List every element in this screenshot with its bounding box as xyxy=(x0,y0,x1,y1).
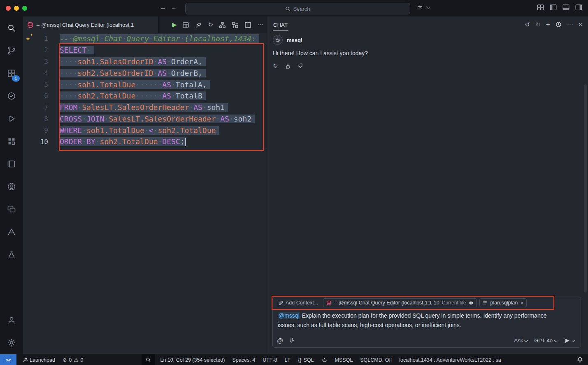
warnings-count: 0 xyxy=(81,357,84,363)
code-line-5[interactable]: 5····soh1.TotalDue······AS·TotalA, xyxy=(23,79,267,90)
split-editor-icon[interactable] xyxy=(244,21,251,28)
microphone-icon[interactable] xyxy=(289,337,295,344)
zoom-window-button[interactable] xyxy=(22,6,27,11)
chat-scrollbar[interactable] xyxy=(584,84,587,292)
navigate-forward-button[interactable]: → xyxy=(170,4,177,11)
activity-settings[interactable] xyxy=(0,331,23,354)
undo-icon[interactable]: ↺ xyxy=(525,21,530,28)
activity-sql-projects[interactable] xyxy=(0,243,23,266)
sqlcmd-item[interactable]: SQLCMD: Off xyxy=(360,357,392,363)
activity-accounts[interactable] xyxy=(0,309,23,331)
code-line-7[interactable]: 7FROM·SalesLT.SalesOrderHeader·AS·soh1 xyxy=(23,102,267,113)
line-number: 10 xyxy=(23,138,48,146)
eol-item[interactable]: LF xyxy=(285,357,291,363)
code-editor[interactable]: ✦ ✦ 1--·@mssql·Chat·Query·Editor·(localh… xyxy=(23,33,267,354)
indentation-item[interactable]: Spaces: 4 xyxy=(232,357,256,363)
history-icon[interactable] xyxy=(555,21,562,28)
extensions-badge: 1 xyxy=(12,75,20,82)
tab-title: -- @mssql Chat Query Editor (localhost,1 xyxy=(36,22,134,28)
encoding-item[interactable]: UTF-8 xyxy=(263,357,277,363)
github-icon xyxy=(7,182,16,192)
cursor-position-item[interactable]: Ln 10, Col 29 (354 selected) xyxy=(160,357,225,363)
check-circle-icon xyxy=(7,91,16,101)
code-line-10[interactable]: 10ORDER·BY·soh2.TotalDue·DESC; xyxy=(23,136,267,147)
bell-icon xyxy=(577,357,583,363)
new-chat-icon[interactable]: + xyxy=(546,21,550,29)
line-number: 4 xyxy=(23,69,48,77)
mention-button[interactable]: @ xyxy=(277,337,283,344)
chat-panel-title: CHAT xyxy=(273,18,288,31)
connect-plug-icon[interactable] xyxy=(195,21,202,28)
toggle-panel-icon[interactable] xyxy=(562,4,569,11)
minimize-window-button[interactable] xyxy=(14,6,19,11)
activity-azure[interactable] xyxy=(0,220,23,243)
code-text: FROM·SalesLT.SalesOrderHeader·AS·soh1 xyxy=(60,103,228,112)
code-line-6[interactable]: 6····soh2.TotalDue······AS·TotalB xyxy=(23,90,267,102)
code-text: WHERE·soh1.TotalDue·<·soh2.TotalDue xyxy=(60,126,219,135)
customize-layout-icon[interactable] xyxy=(537,4,544,11)
run-query-button[interactable]: ▶ xyxy=(172,21,177,28)
context-plan-chip[interactable]: plan.sqlplan × xyxy=(479,298,526,307)
activity-source-control[interactable] xyxy=(0,39,23,62)
code-line-4[interactable]: 4····soh2.SalesOrderID·AS·OrderB, xyxy=(23,67,267,79)
problems-item[interactable]: ⊘ 0 ⚠ 0 xyxy=(63,357,84,363)
launchpad-item[interactable]: Launchpad xyxy=(22,357,55,363)
command-center-search[interactable]: Search xyxy=(185,3,410,14)
navigate-back-button[interactable]: ← xyxy=(160,4,166,11)
editor-tab-bar: -- @mssql Chat Query Editor (localhost,1… xyxy=(23,16,267,33)
close-panel-icon[interactable]: × xyxy=(579,21,582,28)
compare-icon[interactable] xyxy=(232,21,239,28)
code-text: ····soh2.SalesOrderID·AS·OrderB, xyxy=(60,69,206,77)
eye-icon[interactable] xyxy=(468,300,474,306)
schema-icon[interactable] xyxy=(219,21,226,28)
code-text: ORDER·BY·soh2.TotalDue·DESC; xyxy=(60,137,186,146)
chat-input[interactable]: @mssql Explain the execution plan for th… xyxy=(273,309,571,332)
activity-notebook[interactable] xyxy=(0,152,23,175)
context-plan-label: plan.sqlplan xyxy=(490,300,518,306)
activity-remote-explorer[interactable] xyxy=(0,198,23,220)
thumbs-up-icon[interactable] xyxy=(285,63,291,69)
close-window-button[interactable] xyxy=(6,6,11,11)
code-line-3[interactable]: 3····soh1.SalesOrderID·AS·OrderA, xyxy=(23,56,267,68)
code-line-8[interactable]: 8CROSS·JOIN·SalesLT.SalesOrderHeader·AS·… xyxy=(23,113,267,125)
language-item[interactable]: {} SQL xyxy=(298,357,314,363)
toggle-secondary-sidebar-icon[interactable] xyxy=(575,4,582,11)
toggle-primary-sidebar-icon[interactable] xyxy=(550,4,557,11)
redo-icon[interactable]: ↻ xyxy=(535,21,541,28)
line-number: 3 xyxy=(23,58,48,66)
activity-extensions[interactable]: 1 xyxy=(0,62,23,84)
flask-icon xyxy=(7,250,16,260)
code-line-1[interactable]: 1--·@mssql·Chat·Query·Editor·(localhost,… xyxy=(23,33,267,44)
remove-context-icon[interactable]: × xyxy=(520,300,523,306)
notifications-bell[interactable] xyxy=(577,357,583,363)
model-dropdown[interactable]: GPT-4o xyxy=(534,337,557,344)
activity-grid[interactable] xyxy=(0,130,23,152)
editor-tab[interactable]: -- @mssql Chat Query Editor (localhost,1 xyxy=(23,16,159,33)
code-line-9[interactable]: 9WHERE·soh1.TotalDue·<·soh2.TotalDue xyxy=(23,124,267,136)
activity-testing[interactable] xyxy=(0,84,23,107)
rerun-icon[interactable]: ↻ xyxy=(273,62,278,70)
search-icon xyxy=(285,6,291,12)
zoom-indicator[interactable] xyxy=(142,354,155,365)
more-icon[interactable]: ⋯ xyxy=(567,21,573,28)
activity-search[interactable] xyxy=(0,16,23,39)
mssql-item[interactable]: MSSQL xyxy=(335,357,353,363)
mode-dropdown[interactable]: Ask xyxy=(514,337,528,344)
code-line-2[interactable]: 2SELECT· xyxy=(23,44,267,56)
connection-item[interactable]: localhost,1434 : AdventureWorksLT2022 : … xyxy=(399,357,501,363)
copilot-status-icon[interactable] xyxy=(321,357,328,363)
remote-indicator[interactable]: >< xyxy=(0,354,16,365)
activity-run-debug[interactable] xyxy=(0,107,23,130)
code-text: CROSS·JOIN·SalesLT.SalesOrderHeader·AS·s… xyxy=(60,115,255,123)
thumbs-down-icon[interactable] xyxy=(297,63,304,69)
copilot-menu-button[interactable] xyxy=(416,4,430,11)
add-context-button[interactable]: Add Context... xyxy=(275,298,321,307)
send-icon xyxy=(564,337,570,344)
send-button[interactable] xyxy=(564,337,575,344)
more-actions-icon[interactable]: ⋯ xyxy=(257,21,263,28)
warnings-icon: ⚠ xyxy=(74,357,78,363)
context-file-chip[interactable]: -- @mssql Chat Query Editor (localhost,1… xyxy=(323,298,477,307)
estimated-plan-icon[interactable]: ↻ xyxy=(208,21,213,28)
activity-github[interactable] xyxy=(0,175,23,198)
results-grid-icon[interactable] xyxy=(182,21,189,28)
